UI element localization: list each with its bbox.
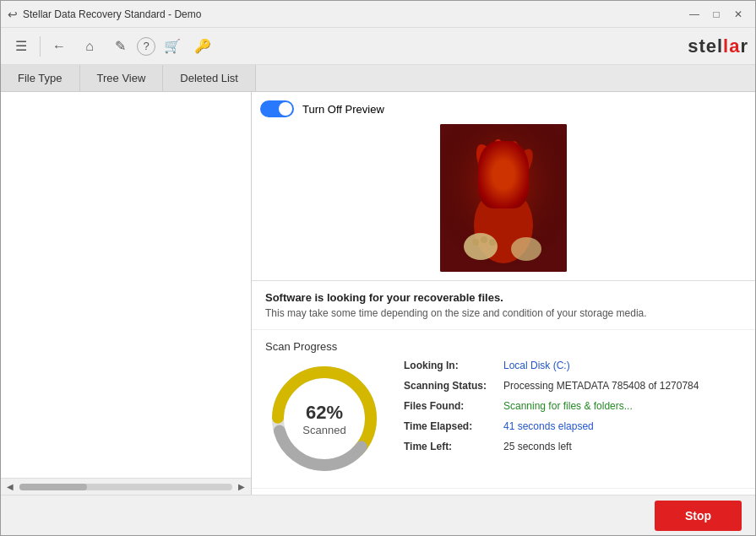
- scan-info-title: Software is looking for your recoverable…: [265, 291, 742, 304]
- preview-toggle-label: Turn Off Preview: [302, 103, 384, 116]
- main-area: ◀ ▶ Turn Off Preview: [1, 92, 755, 495]
- title-bar-left: ↩ Stellar Data Recovery Standard - Demo: [8, 8, 201, 21]
- circle-progress: 62% Scanned: [265, 360, 383, 478]
- stats-table: Looking In: Local Disk (C:) Scanning Sta…: [404, 360, 742, 461]
- svg-point-17: [481, 236, 487, 243]
- stat-val-looking-in: Local Disk (C:): [503, 360, 570, 371]
- home-icon[interactable]: ⌂: [76, 33, 103, 60]
- circle-progress-text: 62% Scanned: [302, 402, 345, 436]
- preview-area: Turn Off Preview: [252, 92, 755, 281]
- back-icon[interactable]: ←: [46, 33, 73, 60]
- tab-bar: File Type Tree View Deleted List: [1, 65, 755, 92]
- title-bar: ↩ Stellar Data Recovery Standard - Demo …: [1, 1, 755, 28]
- preview-toggle-switch[interactable]: [260, 100, 294, 117]
- stat-key-files-found: Files Found:: [404, 400, 497, 412]
- scan-info-subtitle: This may take some time depending on the…: [265, 307, 742, 319]
- close-button[interactable]: ✕: [728, 4, 748, 24]
- maximize-button[interactable]: □: [706, 4, 726, 24]
- sidebar-content: [1, 92, 251, 478]
- toolbar: ☰ ← ⌂ ✎ ? 🛒 🔑 stellar: [1, 28, 755, 65]
- stat-looking-in: Looking In: Local Disk (C:): [404, 360, 742, 371]
- svg-point-11: [510, 176, 514, 180]
- svg-point-18: [489, 239, 496, 246]
- svg-point-15: [511, 237, 541, 261]
- preview-image: [440, 124, 567, 272]
- stat-files-found: Files Found: Scanning for files & folder…: [404, 400, 742, 412]
- stat-key-looking-in: Looking In:: [404, 360, 497, 371]
- stat-key-time-left: Time Left:: [404, 441, 497, 452]
- tab-deleted-list[interactable]: Deleted List: [163, 65, 256, 91]
- svg-point-12: [492, 181, 516, 198]
- scroll-track[interactable]: [19, 484, 232, 490]
- help-icon[interactable]: ?: [137, 37, 155, 56]
- stat-val-time-elapsed: 41 seconds elapsed: [503, 420, 594, 432]
- svg-point-14: [464, 233, 498, 260]
- scroll-right-icon[interactable]: ▶: [236, 481, 247, 493]
- tab-file-type[interactable]: File Type: [1, 65, 80, 91]
- stop-button[interactable]: Stop: [655, 501, 742, 531]
- stat-time-left: Time Left: 25 seconds left: [404, 441, 742, 452]
- content-panel: Turn Off Preview: [252, 92, 755, 495]
- menu-icon[interactable]: ☰: [8, 33, 35, 60]
- stat-scanning-status: Scanning Status: Processing METADATA 785…: [404, 380, 742, 392]
- bottom-bar: Stop: [1, 495, 755, 535]
- cart-icon[interactable]: 🛒: [159, 33, 186, 60]
- stat-key-time-elapsed: Time Elapsed:: [404, 420, 497, 432]
- app-window: ↩ Stellar Data Recovery Standard - Demo …: [0, 0, 756, 536]
- svg-point-8: [489, 174, 501, 184]
- stellar-logo: stellar: [688, 35, 748, 57]
- window-title: Stellar Data Recovery Standard - Demo: [23, 8, 201, 20]
- tab-tree-view[interactable]: Tree View: [80, 65, 164, 91]
- stat-val-files-found: Scanning for files & folders...: [503, 400, 633, 412]
- sidebar-scrollbar-area: ◀ ▶: [1, 478, 251, 495]
- svg-point-9: [508, 174, 519, 184]
- svg-point-6: [503, 140, 522, 176]
- stat-time-elapsed: Time Elapsed: 41 seconds elapsed: [404, 420, 742, 432]
- preview-image-svg: [440, 124, 567, 272]
- minimize-button[interactable]: —: [684, 4, 704, 24]
- phase-row: Phase 1 of 2: [252, 488, 755, 495]
- svg-point-3: [478, 152, 529, 206]
- svg-point-16: [472, 239, 479, 246]
- stat-val-scanning-status: Processing METADATA 785408 of 1270784: [503, 380, 699, 392]
- title-bar-controls: — □ ✕: [684, 4, 748, 24]
- key-icon[interactable]: 🔑: [189, 33, 216, 60]
- scan-progress-section: Scan Progress: [252, 330, 755, 488]
- svg-point-13: [496, 183, 513, 193]
- stat-key-scanning-status: Scanning Status:: [404, 380, 497, 392]
- stat-val-time-left: 25 seconds left: [503, 441, 572, 452]
- write-icon[interactable]: ✎: [106, 33, 133, 60]
- app-icon: ↩: [8, 8, 18, 21]
- preview-toggle-row: Turn Off Preview: [260, 100, 384, 117]
- scroll-left-icon[interactable]: ◀: [4, 481, 16, 493]
- scroll-thumb[interactable]: [19, 484, 87, 490]
- scan-info-section: Software is looking for your recoverable…: [252, 281, 755, 330]
- scan-progress-row: 62% Scanned Looking In: Local Disk (C:) …: [265, 360, 742, 478]
- toolbar-divider: [40, 36, 41, 57]
- svg-point-10: [492, 176, 495, 180]
- svg-point-5: [491, 138, 507, 173]
- logo-accent: a: [729, 35, 740, 57]
- scanned-label: Scanned: [302, 424, 345, 436]
- sidebar: ◀ ▶: [1, 92, 252, 495]
- scan-progress-label: Scan Progress: [265, 340, 742, 353]
- scan-percent: 62%: [302, 402, 345, 424]
